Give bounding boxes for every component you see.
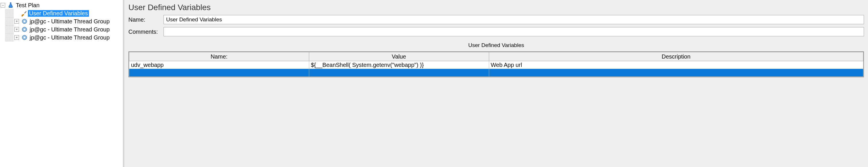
tree-item-label: jp@gc - Ultimate Thread Group — [29, 34, 111, 41]
expand-icon[interactable]: + — [14, 27, 19, 32]
editor-panel: User Defined Variables Name: Comments: U… — [123, 0, 868, 167]
tree-item[interactable]: User Defined Variables — [1, 9, 123, 17]
comments-label: Comments: — [128, 29, 160, 35]
page-title: User Defined Variables — [128, 3, 864, 12]
tree-guide-icon — [5, 33, 14, 41]
svg-point-4 — [24, 29, 25, 30]
cell-value[interactable]: ${__BeanShell( System.getenv("webapp") )… — [309, 61, 489, 69]
tree-item[interactable]: +jp@gc - Ultimate Thread Group — [1, 17, 123, 25]
table-section-title: User Defined Variables — [128, 42, 864, 49]
tree-item-label: jp@gc - Ultimate Thread Group — [29, 26, 111, 33]
gear-icon — [21, 18, 28, 25]
table-row-empty-selected[interactable] — [129, 69, 863, 77]
name-label: Name: — [128, 17, 160, 23]
col-header-name[interactable]: Name: — [129, 52, 309, 61]
gear-icon — [21, 26, 28, 33]
expand-icon[interactable]: + — [14, 19, 19, 24]
col-header-value[interactable]: Value — [309, 52, 489, 61]
cell-empty[interactable] — [489, 69, 863, 77]
tree-item-label: jp@gc - Ultimate Thread Group — [29, 18, 111, 25]
gear-icon — [21, 34, 28, 41]
name-input[interactable] — [163, 15, 864, 24]
tree-guide-icon — [5, 9, 14, 17]
col-header-description[interactable]: Description — [489, 52, 863, 61]
tree-guide-icon — [5, 25, 14, 33]
tree-root[interactable]: − Test Plan — [1, 1, 123, 9]
wrench-screwdriver-icon — [20, 10, 27, 17]
collapse-icon[interactable]: − — [1, 3, 5, 7]
cell-name[interactable]: udv_webapp — [129, 61, 309, 69]
tree-item[interactable]: +jp@gc - Ultimate Thread Group — [1, 25, 123, 33]
table-row[interactable]: udv_webapp${__BeanShell( System.getenv("… — [129, 61, 863, 69]
cell-empty[interactable] — [309, 69, 489, 77]
tree-panel: − Test Plan User Defined Variables+jp@gc… — [0, 0, 123, 167]
cell-description[interactable]: Web App url — [489, 61, 863, 69]
flask-icon — [7, 2, 14, 9]
svg-point-2 — [24, 21, 25, 22]
svg-point-6 — [24, 37, 25, 38]
tree-guide-icon — [5, 17, 14, 25]
tree-item-label: User Defined Variables — [28, 10, 89, 17]
variables-table[interactable]: Name: Value Description udv_webapp${__Be… — [128, 51, 864, 77]
tree-root-label: Test Plan — [15, 2, 40, 9]
cell-empty[interactable] — [129, 69, 309, 77]
svg-point-0 — [22, 15, 23, 15]
expand-icon[interactable]: + — [14, 35, 19, 40]
comments-input[interactable] — [163, 27, 864, 36]
tree-item[interactable]: +jp@gc - Ultimate Thread Group — [1, 33, 123, 41]
